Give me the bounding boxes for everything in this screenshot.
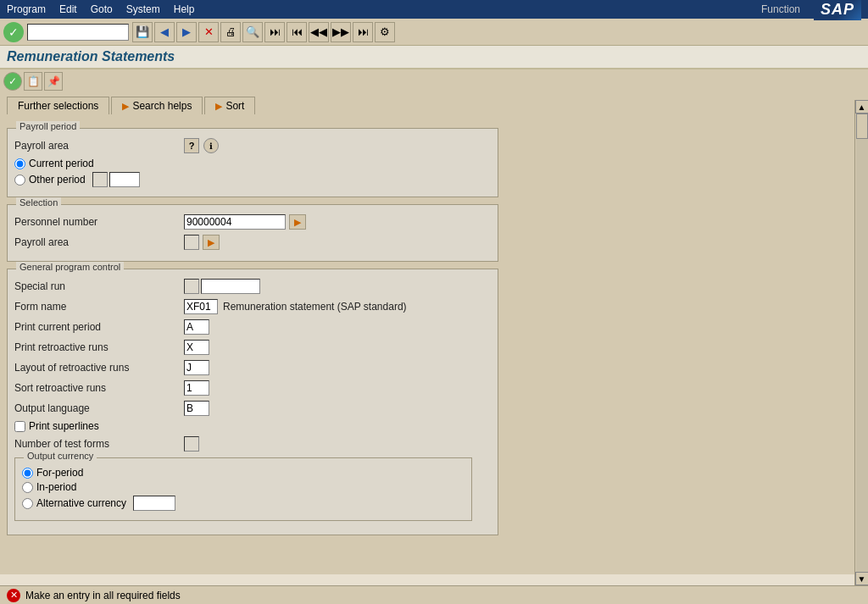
sort-retroactive-input[interactable] <box>184 380 209 396</box>
personnel-number-arrow-btn[interactable]: ▶ <box>289 214 306 230</box>
special-run-input-1[interactable] <box>184 279 199 294</box>
scroll-right: ▲ ▼ <box>854 100 868 574</box>
tab-search-helps-label: Search helps <box>132 100 192 112</box>
scroll-thumb[interactable] <box>856 114 868 139</box>
scroll-track[interactable] <box>856 114 868 572</box>
in-period-label: In-period <box>36 481 76 493</box>
print-superlines-label: Print superlines <box>29 420 99 432</box>
sub-btn-1[interactable]: ✓ <box>3 72 22 91</box>
menu-program[interactable]: Program <box>7 3 46 15</box>
back-btn[interactable]: ◀ <box>154 22 175 42</box>
form-name-row: Form name Remuneration statement (SAP st… <box>14 298 491 315</box>
output-language-input[interactable] <box>184 401 209 416</box>
output-currency-content: For-period In-period Alternative currenc… <box>15 458 471 520</box>
settings-btn[interactable]: ⚙ <box>375 22 395 42</box>
personnel-number-label: Personnel number <box>14 216 184 228</box>
stop-btn[interactable]: ✕ <box>198 22 219 42</box>
other-period-input-1[interactable] <box>92 172 108 187</box>
print-current-period-input[interactable] <box>184 319 209 335</box>
for-period-radio[interactable] <box>22 468 33 479</box>
for-period-row: For-period <box>22 467 465 479</box>
command-input[interactable] <box>27 24 129 41</box>
number-test-forms-label: Number of test forms <box>14 438 184 450</box>
layout-retroactive-row: Layout of retroactive runs <box>14 359 491 376</box>
prev-btn[interactable]: ◀◀ <box>309 22 329 42</box>
general-program-control-group: General program control Special run Form… <box>7 269 498 535</box>
form-name-label: Form name <box>14 301 184 313</box>
find-next-btn[interactable]: ⏭ <box>264 22 285 42</box>
menu-bar: Program Edit Goto System Help Function S… <box>0 0 868 19</box>
function-label: Function <box>761 3 800 15</box>
in-period-radio[interactable] <box>22 482 33 493</box>
general-program-content: Special run Form name Remuneration state… <box>8 269 498 535</box>
next-btn[interactable]: ▶▶ <box>331 22 351 42</box>
selection-payroll-area-row: Payroll area ▶ <box>14 234 491 251</box>
selection-content: Personnel number ▶ Payroll area ▶ <box>8 205 498 261</box>
form-name-description: Remuneration statement (SAP standard) <box>223 301 407 313</box>
last-btn[interactable]: ⏭ <box>353 22 373 42</box>
save-btn[interactable]: 💾 <box>132 22 153 42</box>
selection-payroll-area-input[interactable] <box>184 235 199 250</box>
output-language-row: Output language <box>14 400 491 417</box>
payroll-area-help-btn[interactable]: ? <box>184 138 199 153</box>
tab-sort-label: Sort <box>225 100 244 112</box>
general-program-title: General program control <box>16 262 124 272</box>
payroll-period-content: Payroll area ? ℹ Current period Other pe… <box>8 129 498 197</box>
for-period-label: For-period <box>36 467 83 479</box>
selection-payroll-area-arrow-btn[interactable]: ▶ <box>203 235 220 250</box>
personnel-number-input[interactable] <box>184 214 286 230</box>
tab-bar: Further selections ▶ Search helps ▶ Sort <box>0 93 868 114</box>
output-currency-title: Output currency <box>24 451 97 461</box>
tab-sort[interactable]: ▶ Sort <box>204 97 255 114</box>
sub-btn-3[interactable]: 📌 <box>44 72 63 91</box>
green-circle-btn[interactable]: ✓ <box>3 22 24 42</box>
first-btn[interactable]: ⏮ <box>287 22 307 42</box>
payroll-period-group: Payroll period Payroll area ? ℹ Current … <box>7 128 498 197</box>
print-superlines-checkbox[interactable] <box>14 421 25 432</box>
search-helps-arrow: ▶ <box>122 101 129 112</box>
find-btn[interactable]: 🔍 <box>242 22 263 42</box>
print-retroactive-runs-input[interactable] <box>184 340 209 355</box>
sort-retroactive-label: Sort retroactive runs <box>14 382 184 394</box>
selection-payroll-area-label: Payroll area <box>14 236 184 248</box>
selection-title: Selection <box>16 197 61 208</box>
forward-btn[interactable]: ▶ <box>176 22 197 42</box>
menu-help[interactable]: Help <box>174 3 195 15</box>
other-period-radio[interactable] <box>14 175 25 186</box>
tab-further-selections-label: Further selections <box>18 100 98 112</box>
print-current-period-row: Print current period <box>14 319 491 335</box>
tab-further-selections[interactable]: Further selections <box>7 97 109 114</box>
menu-edit[interactable]: Edit <box>59 3 77 15</box>
current-period-row: Current period <box>14 158 491 169</box>
other-period-label: Other period <box>29 174 86 186</box>
scroll-up-btn[interactable]: ▲ <box>855 100 869 114</box>
payroll-area-row: Payroll area ? ℹ <box>14 137 491 154</box>
number-test-forms-input[interactable] <box>184 436 199 452</box>
form-name-input[interactable] <box>184 299 218 314</box>
payroll-area-info-btn[interactable]: ℹ <box>203 138 219 153</box>
menu-system[interactable]: System <box>126 3 160 15</box>
tab-search-helps[interactable]: ▶ Search helps <box>111 97 203 114</box>
layout-retroactive-input[interactable] <box>184 360 209 375</box>
number-test-forms-row: Number of test forms <box>14 435 491 452</box>
sort-arrow: ▶ <box>215 101 222 112</box>
special-run-input-2[interactable] <box>201 279 260 294</box>
output-currency-group: Output currency For-period In-period Alt… <box>14 457 472 521</box>
print-retroactive-runs-row: Print retroactive runs <box>14 339 491 356</box>
menu-goto[interactable]: Goto <box>91 3 113 15</box>
current-period-radio[interactable] <box>14 158 25 169</box>
payroll-area-label: Payroll area <box>14 140 184 152</box>
other-period-input-2[interactable] <box>109 172 140 187</box>
special-run-label: Special run <box>14 280 184 292</box>
alternative-currency-radio[interactable] <box>22 498 33 509</box>
sap-logo: SAP <box>814 0 861 20</box>
personnel-number-row: Personnel number ▶ <box>14 213 491 230</box>
sap-logo-area: Function SAP <box>761 0 861 20</box>
sub-btn-2[interactable]: 📋 <box>24 72 42 91</box>
special-run-row: Special run <box>14 278 491 295</box>
print-retroactive-runs-label: Print retroactive runs <box>14 341 184 353</box>
print-btn[interactable]: 🖨 <box>220 22 241 42</box>
alternative-currency-label: Alternative currency <box>36 497 126 509</box>
scroll-down-btn[interactable]: ▼ <box>855 572 869 574</box>
alternative-currency-input[interactable] <box>133 496 175 511</box>
